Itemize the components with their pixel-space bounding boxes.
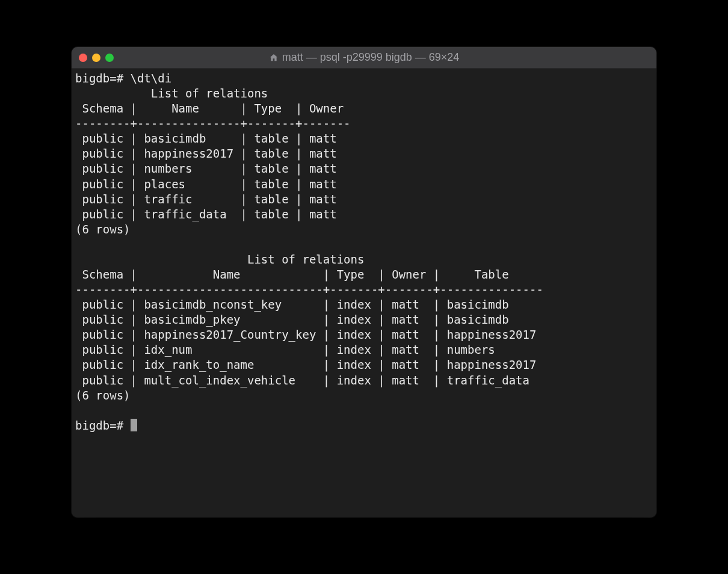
maximize-button[interactable]	[105, 54, 114, 62]
close-button[interactable]	[79, 54, 87, 62]
traffic-lights	[79, 54, 114, 62]
terminal-output[interactable]: bigdb=# \dt\di List of relations Schema …	[72, 69, 656, 517]
home-icon	[269, 53, 279, 63]
titlebar: matt — psql -p29999 bigdb — 69×24	[72, 47, 656, 69]
minimize-button[interactable]	[92, 54, 100, 62]
terminal-window: matt — psql -p29999 bigdb — 69×24 bigdb=…	[72, 47, 656, 517]
window-title: matt — psql -p29999 bigdb — 69×24	[72, 51, 656, 64]
cursor	[131, 419, 137, 431]
window-title-text: matt — psql -p29999 bigdb — 69×24	[282, 51, 460, 64]
